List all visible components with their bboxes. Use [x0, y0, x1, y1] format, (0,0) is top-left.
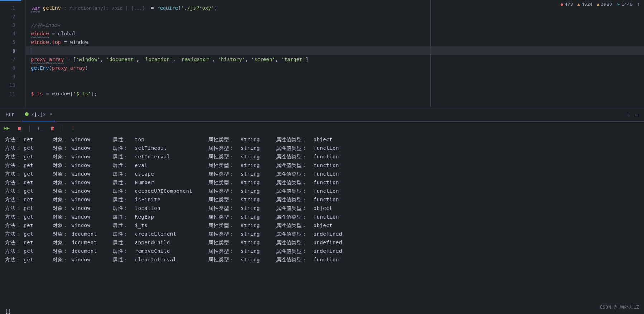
warning-icon: ▲: [597, 2, 599, 7]
rerun-icon[interactable]: ▶▶: [4, 125, 9, 131]
nodejs-icon: ⬢: [25, 111, 29, 117]
run-tab-name: zj.js: [31, 111, 46, 117]
console-line: 方法： get 对象： window 属性： setTimeout 属性类型： …: [5, 144, 639, 152]
console-line: 方法： get 对象： window 属性： eval 属性类型： string…: [5, 161, 639, 170]
console-output[interactable]: 方法： get 对象： window 属性： top 属性类型： string …: [0, 134, 644, 308]
trash-icon[interactable]: 🗑: [50, 125, 55, 131]
more-options-icon[interactable]: ⋮: [70, 125, 76, 131]
run-tabs: Run ⬢ zj.js × ⋮ —: [0, 107, 644, 122]
divider: [29, 125, 30, 131]
watermark: CSDN @ 局外人LZ: [600, 304, 639, 310]
scroll-down-icon[interactable]: ↓̲: [37, 125, 43, 131]
code-line[interactable]: window = global: [26, 29, 644, 38]
scroll-up-icon[interactable]: ↑: [637, 1, 640, 7]
run-tab-active[interactable]: ⬢ zj.js ×: [22, 108, 55, 121]
console-line: 方法： get 对象： document 属性： removeChild 属性类…: [5, 247, 639, 255]
line-number[interactable]: 8: [0, 64, 25, 72]
stop-icon[interactable]: ■: [16, 125, 22, 131]
console-line: 方法： get 对象： window 属性： isFinite 属性类型： st…: [5, 195, 639, 204]
divider: [63, 125, 63, 131]
line-number[interactable]: 9: [0, 72, 25, 81]
close-icon[interactable]: ×: [49, 111, 52, 117]
warning-count-2[interactable]: ▲3980: [597, 1, 612, 7]
console-line: 方法： get 对象： document 属性： appendChild 属性类…: [5, 238, 639, 247]
more-icon[interactable]: ⋮: [625, 112, 630, 117]
console-line: 方法： get 对象： window 属性： clearInterval 属性类…: [5, 255, 639, 264]
line-number[interactable]: 3: [0, 21, 25, 29]
line-number[interactable]: 4: [0, 29, 25, 38]
code-line-current[interactable]: [26, 46, 644, 55]
code-line[interactable]: proxy_array = ['window', 'document', 'lo…: [26, 55, 644, 64]
inspection-status: ●478 ▲4824 ▲3980 ∿1446 ↑: [561, 1, 640, 7]
code-line[interactable]: [26, 81, 644, 89]
console-line: 方法： get 对象： document 属性： createElement 属…: [5, 230, 639, 238]
code-area[interactable]: var getEnv : function(any): void | {...}…: [26, 0, 644, 107]
console-line: 方法： get 对象： window 属性： decodeURIComponen…: [5, 187, 639, 195]
code-line[interactable]: //补window: [26, 21, 644, 29]
editor-pane: 1 2 3 4 5 6 7 8 9 10 11 var getEnv : fun…: [0, 0, 644, 107]
warning-count[interactable]: ▲4824: [577, 1, 593, 7]
line-number[interactable]: 5: [0, 38, 25, 46]
line-gutter: 1 2 3 4 5 6 7 8 9 10 11: [0, 0, 26, 107]
code-line[interactable]: $_ts = window['$_ts'];: [26, 89, 644, 98]
warning-icon: ▲: [577, 2, 580, 7]
console-line: 方法： get 对象： window 属性： Number 属性类型： stri…: [5, 178, 639, 187]
run-toolbar: ▶▶ ■ ↓̲ 🗑 ⋮: [0, 122, 644, 134]
code-line[interactable]: [26, 12, 644, 21]
line-number[interactable]: 6: [0, 46, 25, 55]
line-number[interactable]: 1: [0, 4, 25, 12]
code-line[interactable]: var getEnv : function(any): void | {...}…: [26, 4, 644, 12]
line-number[interactable]: 11: [0, 89, 25, 98]
console-line: 方法： get 对象： window 属性： location 属性类型： st…: [5, 204, 639, 212]
console-line: 方法： get 对象： window 属性： escape 属性类型： stri…: [5, 170, 639, 178]
run-panel: Run ⬢ zj.js × ⋮ — ▶▶ ■ ↓̲ 🗑 ⋮ 方法： get 对象…: [0, 107, 644, 314]
code-line[interactable]: getEnv(proxy_array): [26, 64, 644, 72]
console-line: 方法： get 对象： window 属性： RegExp 属性类型： stri…: [5, 212, 639, 221]
weak-warning-icon: ∿: [616, 2, 620, 7]
console-pending-bracket: []: [0, 308, 644, 314]
code-line[interactable]: [26, 72, 644, 81]
progress-indicator: [0, 0, 21, 1]
console-line: 方法： get 对象： window 属性： setInterval 属性类型：…: [5, 152, 639, 161]
cursor: [31, 48, 31, 54]
error-icon: ●: [561, 2, 563, 7]
line-number[interactable]: 2: [0, 12, 25, 21]
error-count[interactable]: ●478: [561, 1, 573, 7]
console-line: 方法： get 对象： window 属性： top 属性类型： string …: [5, 135, 639, 144]
line-number[interactable]: 7: [0, 55, 25, 64]
code-line[interactable]: window.top = window: [26, 38, 644, 46]
weak-warning-count[interactable]: ∿1446: [616, 1, 633, 7]
editor-right-margin: [430, 0, 431, 107]
run-tool-label[interactable]: Run: [6, 112, 15, 117]
minimize-icon[interactable]: —: [635, 112, 638, 117]
line-number[interactable]: 10: [0, 81, 25, 89]
console-line: 方法： get 对象： window 属性： $_ts 属性类型： string…: [5, 221, 639, 230]
